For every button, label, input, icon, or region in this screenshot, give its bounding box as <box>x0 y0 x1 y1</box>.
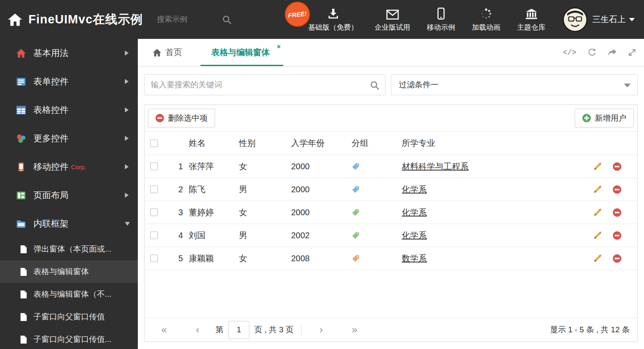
cell-name: 陈飞 <box>185 184 236 195</box>
filter-dropdown-value: 过滤条件一 <box>399 79 439 90</box>
shapes-icon <box>16 133 26 144</box>
column-header-group: 分组 <box>348 138 398 149</box>
source-code-icon[interactable]: </> <box>563 48 576 57</box>
sidebar-subitem-child-to-parent[interactable]: 子窗口向父窗口传值 <box>0 306 138 328</box>
sidebar-item-page-layout[interactable]: 页面布局 <box>0 181 138 209</box>
sidebar-item-grid-controls[interactable]: 表格控件 <box>0 96 138 124</box>
nav-theme-repo[interactable]: 主题仓库 <box>517 7 545 32</box>
column-header-major: 所学专业 <box>398 138 587 149</box>
page-number-input[interactable] <box>228 321 249 339</box>
major-link[interactable]: 化学系 <box>402 231 427 240</box>
edit-pencil-icon[interactable] <box>593 162 602 171</box>
nav-label: 移动示例 <box>427 23 455 32</box>
caret-down-icon <box>629 18 635 21</box>
chevron-right-icon <box>125 193 129 198</box>
first-page-button[interactable]: « <box>157 324 171 336</box>
nav-basic-edition[interactable]: FREE! 基础版（免费） <box>308 7 358 32</box>
tab-label: 首页 <box>165 47 182 58</box>
avatar <box>563 8 587 32</box>
folder-icon <box>16 219 26 229</box>
tab-grid-edit-window[interactable]: 表格与编辑窗体 × <box>206 39 275 66</box>
last-page-button[interactable]: » <box>347 324 362 336</box>
edit-pencil-icon[interactable] <box>593 208 602 217</box>
top-header: FineUIMvc在线示例 FREE! 基础版（免费） 企业版试用 <box>0 0 644 39</box>
caret-down-icon <box>624 84 631 87</box>
house-icon <box>16 48 26 59</box>
add-user-button[interactable]: 新增用户 <box>575 109 634 127</box>
major-link[interactable]: 数学系 <box>402 254 427 263</box>
refresh-icon[interactable] <box>588 48 596 57</box>
table-header-row: 姓名 性别 入学年份 分组 所学专业 <box>145 131 637 155</box>
select-all-checkbox[interactable] <box>150 140 158 147</box>
pager-divider <box>301 324 302 336</box>
row-index: 3 <box>165 208 185 217</box>
nav-mobile-demos[interactable]: 移动示例 <box>427 7 455 32</box>
tag-icon <box>352 163 360 171</box>
delete-row-icon[interactable] <box>613 254 621 263</box>
cell-major: 数学系 <box>398 253 587 264</box>
row-checkbox[interactable] <box>150 255 158 262</box>
delete-row-icon[interactable] <box>613 231 621 240</box>
next-page-button[interactable]: › <box>314 324 328 336</box>
sidebar-item-mobile-controls[interactable]: 移动控件 Corp. <box>0 153 138 181</box>
share-icon[interactable] <box>608 48 616 57</box>
cell-gender: 女 <box>236 253 288 264</box>
major-link[interactable]: 材料科学与工程系 <box>402 162 469 171</box>
grid-icon <box>16 105 26 115</box>
row-checkbox[interactable] <box>150 163 158 170</box>
nav-enterprise-trial[interactable]: 企业版试用 <box>375 7 410 32</box>
keyword-search-input[interactable] <box>145 75 385 95</box>
row-checkbox[interactable] <box>150 209 158 216</box>
brand[interactable]: FineUIMvc在线示例 <box>8 11 143 28</box>
row-checkbox[interactable] <box>150 186 158 193</box>
cell-name: 康颖颖 <box>185 253 236 264</box>
expand-icon[interactable] <box>628 48 636 57</box>
search-icon[interactable] <box>370 81 379 90</box>
record-summary: 显示 1 - 5 条 , 共 12 条 <box>550 324 630 335</box>
edit-pencil-icon[interactable] <box>593 231 602 240</box>
delete-row-icon[interactable] <box>613 208 621 217</box>
sidebar: 基本用法 表单控件 表格控件 更多控件 移动控件 Corp. 页面布局 <box>0 39 138 349</box>
sidebar-subitem-child-to-parent-2[interactable]: 子窗口向父窗口传值... <box>0 328 138 349</box>
column-header-name: 姓名 <box>185 138 236 149</box>
sidebar-subitem-label: 表格与编辑窗体 <box>33 266 89 277</box>
edit-pencil-icon[interactable] <box>593 185 602 194</box>
demo-search-input[interactable] <box>157 15 220 24</box>
sidebar-item-inline-frame[interactable]: 内联框架 <box>0 209 138 238</box>
filter-dropdown[interactable]: 过滤条件一 <box>391 74 638 95</box>
major-link[interactable]: 化学系 <box>402 208 427 217</box>
sidebar-subitem-grid-edit-window-2[interactable]: 表格与编辑窗体（不... <box>0 283 138 306</box>
button-label: 删除选中项 <box>168 113 208 124</box>
delete-row-icon[interactable] <box>613 162 621 171</box>
sidebar-item-more-controls[interactable]: 更多控件 <box>0 124 138 153</box>
sidebar-item-label: 表单控件 <box>33 76 68 87</box>
edit-pencil-icon[interactable] <box>593 254 602 263</box>
sidebar-subitem-grid-edit-window[interactable]: 表格与编辑窗体 <box>0 260 138 283</box>
nav-loading-animations[interactable]: 加载动画 <box>472 7 500 32</box>
prev-page-button[interactable]: ‹ <box>190 324 205 336</box>
file-icon <box>20 335 27 344</box>
nav-label: 主题仓库 <box>517 23 545 32</box>
tab-home[interactable]: 首页 <box>152 39 182 66</box>
row-checkbox[interactable] <box>150 232 158 239</box>
delete-selected-button[interactable]: 删除选中项 <box>148 109 215 127</box>
major-link[interactable]: 化学系 <box>402 185 427 194</box>
tag-icon <box>352 186 360 194</box>
table-row: 5 康颖颖 女 2008 数学系 <box>145 247 637 270</box>
sidebar-item-basic-usage[interactable]: 基本用法 <box>0 39 138 67</box>
sidebar-subitem-label: 表格与编辑窗体（不... <box>33 289 112 300</box>
user-menu[interactable]: 三生石上 <box>563 8 635 32</box>
sidebar-item-label: 表格控件 <box>33 104 68 116</box>
sidebar-subitem-popup-window[interactable]: 弹出窗体（本页面或... <box>0 238 138 260</box>
bank-icon <box>525 7 538 20</box>
delete-row-icon[interactable] <box>613 185 621 194</box>
nav-label: 企业版试用 <box>375 23 410 32</box>
search-icon[interactable] <box>222 15 231 24</box>
sidebar-item-label: 移动控件 <box>33 161 68 173</box>
tab-label: 表格与编辑窗体 <box>211 47 270 58</box>
close-icon[interactable]: × <box>277 43 281 50</box>
column-header-year: 入学年份 <box>288 138 348 149</box>
sidebar-item-form-controls[interactable]: 表单控件 <box>0 67 138 96</box>
table-row: 2 陈飞 男 2000 化学系 <box>145 178 637 201</box>
cell-group <box>348 232 398 239</box>
